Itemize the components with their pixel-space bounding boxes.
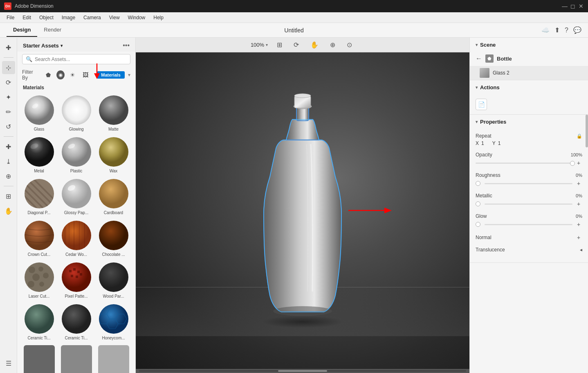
material-glass[interactable]: Glass [21,93,57,133]
panel-title[interactable]: Starter Assets ▾ [23,43,63,49]
metallic-slider-track[interactable] [485,203,572,205]
search-input[interactable] [35,57,127,62]
material-chocolate[interactable]: Chocolate ... [96,218,131,258]
opacity-slider-thumb[interactable] [570,161,575,166]
roughness-slider-track[interactable] [485,183,572,184]
opacity-plus-button[interactable]: + [575,159,582,167]
menu-file[interactable]: File [3,14,18,22]
material-honeycomb[interactable]: Honeycom... [96,302,131,342]
menu-window[interactable]: Window [125,14,149,22]
minimize-button[interactable]: — [562,3,568,9]
menu-object[interactable]: Object [36,14,57,22]
material-misc2[interactable]: ... [58,344,94,373]
canvas-dolly-icon[interactable]: ⊕ [328,40,338,50]
material-glowing[interactable]: Glowing [58,93,94,133]
tool-select[interactable]: ⊹ [2,61,15,74]
material-wax[interactable]: Wax [96,135,131,175]
canvas-orbit-icon[interactable]: ⟳ [291,40,301,50]
material-label-cedar: Cedar Wo... [65,252,87,257]
roughness-slider-thumb-dot[interactable] [476,181,480,186]
scene-section-header[interactable]: ▾ Scene [470,38,588,52]
canvas-viewport[interactable] [136,52,469,369]
close-button[interactable]: ✕ [578,3,584,9]
metallic-plus-button[interactable]: + [575,200,582,208]
opacity-slider-track[interactable] [476,163,572,164]
tool-magic[interactable]: ✦ [2,90,15,104]
zoom-dropdown-arrow[interactable]: ▾ [266,43,268,47]
svg-point-36 [43,273,49,278]
material-cardboard[interactable]: Cardboard [96,176,131,217]
comment-icon[interactable]: 💬 [573,26,581,34]
material-misc1[interactable]: ... [21,344,57,373]
material-laser-cut[interactable]: Laser Cut... [21,260,57,300]
right-panel-scrollbar[interactable] [586,82,588,373]
canvas-scrollbar-thumb[interactable] [278,370,327,372]
tool-frame[interactable]: ⊞ [2,190,15,203]
glow-slider-track[interactable] [485,224,572,225]
menu-view[interactable]: View [106,14,123,22]
filter-image-icon[interactable]: 🖼 [81,70,91,80]
canvas-grid-icon[interactable]: ⊙ [344,40,355,50]
material-crown-cut[interactable]: Crown Cut... [21,218,57,258]
filter-light-icon[interactable]: ☀ [68,70,78,80]
translucence-expand[interactable]: ◂ [580,247,582,253]
tool-paint[interactable]: ✏ [2,105,15,118]
menu-image[interactable]: Image [58,14,79,22]
tab-render[interactable]: Render [37,23,68,37]
svg-rect-40 [69,270,72,272]
material-matte[interactable]: Matte [96,93,131,133]
filter-all-icon[interactable]: ⬟ [43,70,53,80]
export-icon[interactable]: ⬆ [554,26,560,34]
menu-edit[interactable]: Edit [19,14,34,22]
glow-plus-button[interactable]: + [575,221,582,228]
menu-camera[interactable]: Camera [80,14,104,22]
tool-add2[interactable]: ✚ [2,140,15,153]
filter-material-icon[interactable]: ◉ [56,70,65,79]
material-thumb-glass [24,95,55,126]
metallic-label: Metallic 0% [476,193,582,199]
canvas-scrollbar[interactable] [136,369,469,373]
material-diagonal[interactable]: Diagonal P... [21,176,57,217]
tab-design[interactable]: Design [7,23,37,37]
material-ceramic-dark[interactable]: Ceramic Ti... [58,302,94,342]
tool-orbit[interactable]: ⟳ [2,76,15,89]
material-wood-parquet[interactable]: Wood Par... [96,260,131,300]
canvas-pan-icon[interactable]: ✋ [308,40,321,50]
tool-zoom[interactable]: ⊕ [2,170,15,183]
roughness-plus-button[interactable]: + [575,180,582,187]
material-cedar[interactable]: Cedar Wo... [58,218,94,258]
zoom-value: 100% [251,42,264,48]
material-pixel-pattern[interactable]: Pixel Patte... [58,260,94,300]
material-ceramic-teal[interactable]: Ceramic Ti... [21,302,57,342]
material-plastic[interactable]: Plastic [58,135,94,175]
tool-add[interactable]: ✚ [2,41,15,54]
materials-filter-button[interactable]: Materials [97,71,125,79]
tool-reshape[interactable]: ↺ [2,120,15,133]
canvas-fit-icon[interactable]: ⊞ [274,40,285,50]
tool-layers[interactable]: ☰ [2,357,15,370]
right-panel-scrollbar-thumb[interactable] [586,115,588,147]
actions-section-header[interactable]: ▾ Actions [470,80,588,95]
tool-down[interactable]: ⤓ [2,155,15,168]
properties-section-header[interactable]: ▾ Properties [470,115,588,129]
scene-child-name: Glass 2 [493,70,509,76]
svg-rect-45 [80,273,82,276]
material-glossy-paper[interactable]: Glossy Pap... [58,176,94,217]
tool-hand[interactable]: ✋ [2,204,15,217]
scene-child-item[interactable]: Glass 2 [470,66,588,80]
action-document-button[interactable]: 📄 [476,99,487,110]
restore-button[interactable]: ◻ [570,3,576,9]
material-misc3[interactable]: ... [96,344,131,373]
scene-back-button[interactable]: ← [476,55,482,62]
panel-more-button[interactable]: ••• [123,42,130,49]
metallic-slider-thumb-dot[interactable] [476,201,480,206]
menu-help[interactable]: Help [150,14,167,22]
tab-group: Design Render [7,23,68,37]
glow-slider-thumb-dot[interactable] [476,222,480,227]
cloud-icon[interactable]: ☁️ [541,26,550,34]
svg-point-2 [25,95,54,125]
materials-scroll[interactable]: Materials Glass [17,82,135,373]
help-icon[interactable]: ? [565,27,568,34]
normal-plus-button[interactable]: + [575,234,582,241]
material-metal[interactable]: Metal [21,135,57,175]
